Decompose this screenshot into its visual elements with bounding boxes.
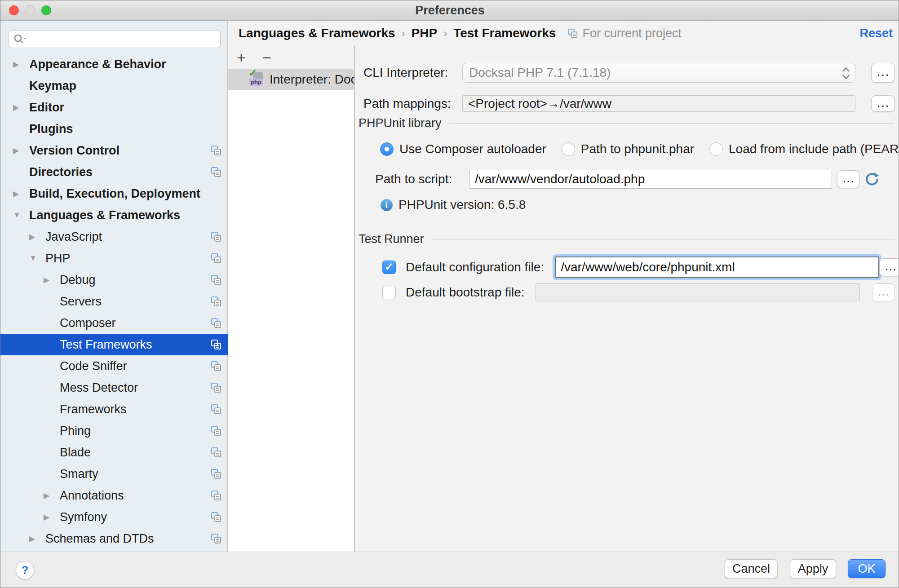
- radio-circle-icon[interactable]: [380, 142, 394, 156]
- sidebar-item-label: Languages & Frameworks: [29, 208, 228, 222]
- expand-arrow-icon[interactable]: ▶: [29, 232, 45, 242]
- interpreter-toolbar: + −: [228, 46, 354, 69]
- sidebar-item-directories[interactable]: Directories: [0, 161, 228, 183]
- cancel-button[interactable]: Cancel: [725, 559, 778, 578]
- sidebar-item-smarty[interactable]: Smarty: [0, 463, 228, 485]
- expand-arrow-icon[interactable]: ▶: [44, 491, 60, 500]
- settings-sidebar: ▶Appearance & BehaviorKeymap▶EditorPlugi…: [0, 21, 228, 552]
- default-configuration-row: Default configuration file: /var/www/web…: [382, 254, 895, 280]
- phpunit-library-title: PHPUnit library: [359, 116, 442, 130]
- shared-settings-icon: [210, 382, 222, 393]
- sidebar-item-keymap[interactable]: Keymap: [0, 75, 228, 97]
- stepper-icon: [841, 66, 851, 83]
- path-to-script-browse-button[interactable]: …: [837, 170, 859, 188]
- default-bootstrap-field[interactable]: [536, 283, 860, 301]
- section-divider: [449, 123, 895, 124]
- expand-arrow-icon[interactable]: ▼: [29, 254, 45, 263]
- expand-arrow-icon[interactable]: ▶: [29, 534, 45, 544]
- sidebar-item-label: Plugins: [29, 122, 228, 136]
- expand-arrow-icon[interactable]: ▶: [13, 103, 29, 112]
- php-interpreter-icon: ✓php: [249, 71, 265, 88]
- reset-link[interactable]: Reset: [859, 27, 893, 40]
- breadcrumb-languages-frameworks[interactable]: Languages & Frameworks: [239, 26, 395, 40]
- refresh-icon[interactable]: [864, 171, 880, 187]
- radio-path-to-phpunit-phar[interactable]: Path to phpunit.phar: [562, 142, 694, 156]
- sidebar-item-label: Test Frameworks: [60, 338, 210, 352]
- cli-interpreter-select[interactable]: Docksal PHP 7.1 (7.1.18): [462, 63, 855, 83]
- sidebar-item-servers[interactable]: Servers: [0, 291, 228, 312]
- path-mappings-field[interactable]: <Project root>→/var/www: [462, 95, 855, 112]
- default-bootstrap-label: Default bootstrap file:: [406, 285, 525, 300]
- sidebar-item-blade[interactable]: Blade: [0, 442, 228, 463]
- search-input[interactable]: [29, 32, 216, 47]
- apply-button[interactable]: Apply: [790, 559, 836, 578]
- default-configuration-browse-button[interactable]: …: [879, 258, 899, 276]
- default-configuration-field[interactable]: /var/www/web/core/phpunit.xml: [555, 256, 879, 278]
- sidebar-item-label: Frameworks: [60, 402, 210, 416]
- shared-settings-icon: [567, 28, 578, 39]
- breadcrumb-separator: ›: [402, 27, 405, 40]
- sidebar-item-schemas-and-dtds[interactable]: ▶Schemas and DTDs: [0, 528, 228, 549]
- settings-tree: ▶Appearance & BehaviorKeymap▶EditorPlugi…: [0, 53, 228, 549]
- sidebar-item-version-control[interactable]: ▶Version Control: [0, 140, 228, 161]
- sidebar-item-plugins[interactable]: Plugins: [0, 118, 228, 140]
- title-bar: Preferences: [0, 0, 899, 21]
- add-button[interactable]: +: [235, 51, 248, 64]
- phpunit-library-options: Use Composer autoloaderPath to phpunit.p…: [380, 142, 899, 156]
- shared-settings-icon: [210, 468, 222, 480]
- sidebar-item-javascript[interactable]: ▶JavaScript: [0, 226, 228, 248]
- sidebar-item-php[interactable]: ▼PHP: [0, 248, 228, 269]
- path-mappings-browse-button[interactable]: …: [871, 95, 895, 112]
- expand-arrow-icon[interactable]: ▼: [13, 211, 29, 220]
- path-to-script-field[interactable]: /var/www/vendor/autoload.php: [469, 170, 832, 189]
- sidebar-item-build-execution-deployment[interactable]: ▶Build, Execution, Deployment: [0, 183, 228, 204]
- radio-label: Use Composer autoloader: [399, 142, 546, 156]
- sidebar-item-test-frameworks[interactable]: Test Frameworks: [0, 334, 228, 355]
- sidebar-item-frameworks[interactable]: Frameworks: [0, 398, 228, 420]
- default-bootstrap-checkbox[interactable]: [382, 286, 396, 299]
- breadcrumb-test-frameworks[interactable]: Test Frameworks: [453, 26, 556, 40]
- sidebar-item-appearance-behavior[interactable]: ▶Appearance & Behavior: [0, 53, 228, 75]
- shared-settings-icon: [210, 360, 222, 372]
- radio-use-composer-autoloader[interactable]: Use Composer autoloader: [380, 142, 546, 156]
- expand-arrow-icon[interactable]: ▶: [44, 275, 60, 285]
- sidebar-item-mess-detector[interactable]: Mess Detector: [0, 377, 228, 398]
- radio-load-from-include-path-pear[interactable]: Load from include path (PEAR): [709, 142, 899, 156]
- sidebar-item-label: JavaScript: [45, 230, 210, 244]
- sidebar-item-debug[interactable]: ▶Debug: [0, 269, 228, 291]
- remove-button[interactable]: −: [260, 51, 274, 64]
- expand-arrow-icon[interactable]: ▶: [13, 60, 29, 69]
- ok-button[interactable]: OK: [848, 559, 886, 578]
- sidebar-item-phing[interactable]: Phing: [0, 420, 228, 442]
- breadcrumb-php[interactable]: PHP: [412, 26, 438, 40]
- sidebar-item-annotations[interactable]: ▶Annotations: [0, 485, 228, 506]
- help-button[interactable]: ?: [16, 561, 34, 579]
- radio-circle-icon[interactable]: [562, 142, 575, 156]
- breadcrumb-separator: ›: [443, 27, 447, 40]
- default-bootstrap-browse-button[interactable]: …: [872, 283, 895, 301]
- sidebar-item-label: Debug: [60, 273, 210, 287]
- default-configuration-checkbox[interactable]: [382, 261, 396, 274]
- sidebar-item-label: Editor: [29, 101, 228, 115]
- sidebar-item-label: Servers: [60, 295, 210, 309]
- scope-label: For current project: [582, 27, 682, 40]
- settings-header: Languages & Frameworks › PHP › Test Fram…: [228, 21, 899, 46]
- cli-interpreter-row: CLI Interpreter: Docksal PHP 7.1 (7.1.18…: [363, 63, 895, 83]
- radio-label: Path to phpunit.phar: [581, 142, 694, 156]
- shared-settings-icon: [210, 403, 222, 415]
- shared-settings-icon: [210, 166, 222, 178]
- radio-circle-icon[interactable]: [709, 142, 723, 156]
- sidebar-item-label: Composer: [60, 316, 210, 330]
- sidebar-item-symfony[interactable]: ▶Symfony: [0, 506, 228, 528]
- interpreter-list-item[interactable]: ✓php Interpreter: Dock: [228, 69, 354, 90]
- settings-search-box[interactable]: [8, 30, 221, 48]
- default-configuration-label: Default configuration file:: [406, 260, 544, 274]
- sidebar-item-code-sniffer[interactable]: Code Sniffer: [0, 355, 228, 377]
- expand-arrow-icon[interactable]: ▶: [44, 513, 60, 522]
- cli-interpreter-browse-button[interactable]: …: [871, 63, 895, 83]
- sidebar-item-languages-frameworks[interactable]: ▼Languages & Frameworks: [0, 204, 228, 226]
- expand-arrow-icon[interactable]: ▶: [13, 189, 29, 199]
- sidebar-item-editor[interactable]: ▶Editor: [0, 97, 228, 118]
- expand-arrow-icon[interactable]: ▶: [13, 146, 29, 155]
- sidebar-item-composer[interactable]: Composer: [0, 312, 228, 334]
